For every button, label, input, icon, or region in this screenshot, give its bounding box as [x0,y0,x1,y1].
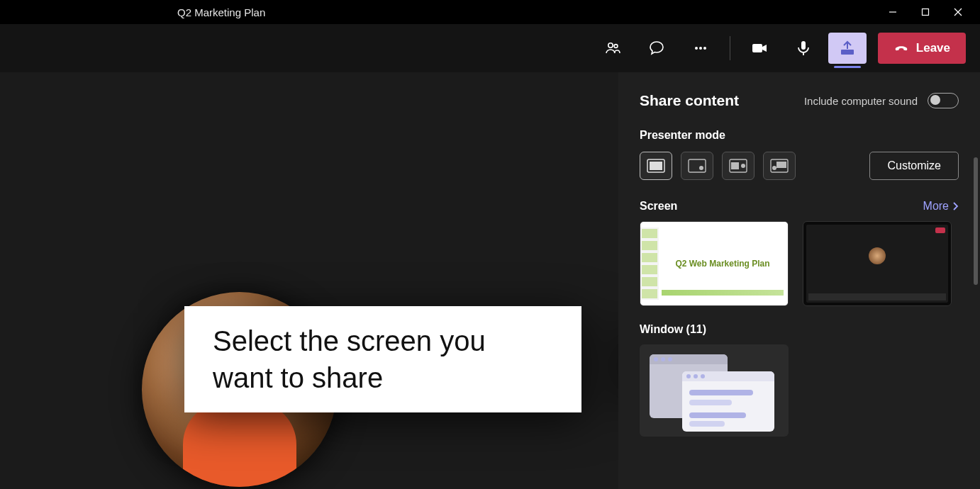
content-only-icon [647,159,665,173]
camera-icon [751,40,768,57]
share-content-button[interactable] [828,33,867,64]
include-sound-label: Include computer sound [804,95,918,107]
more-actions-button[interactable] [681,31,720,65]
ellipsis-icon [692,40,709,57]
svg-point-16 [699,166,703,170]
instruction-callout: Select the screen you want to share [184,306,624,412]
share-panel-title: Share content [640,92,739,109]
chat-icon [648,40,665,57]
svg-point-19 [741,164,745,168]
screen-more-link[interactable]: More [923,200,959,213]
presenter-mode-reporter[interactable] [763,152,796,180]
screen-thumbnail-2[interactable] [803,221,952,306]
meeting-controls-bar: Leave [0,24,980,72]
reporter-icon [770,159,789,173]
toggle-knob-icon [930,95,940,105]
window-maximize-button[interactable] [909,0,942,24]
share-content-panel: Share content Include computer sound Pre… [618,72,980,489]
microphone-button[interactable] [784,31,823,65]
customize-button[interactable]: Customize [869,152,959,180]
window-titlebar: Q2 Marketing Plan [0,0,980,24]
svg-point-6 [695,47,698,50]
people-button[interactable] [594,31,632,65]
svg-rect-18 [731,162,739,169]
svg-point-5 [614,45,618,48]
chat-button[interactable] [637,31,676,65]
callout-text: Select the screen you want to share [213,322,553,396]
screen-section-label: Screen [640,200,677,213]
close-icon [954,8,962,16]
svg-rect-21 [776,162,786,168]
leave-label: Leave [916,41,950,55]
controls-divider [730,36,730,60]
window-section-label: Window (11) [640,323,959,336]
minimize-icon [889,8,897,16]
people-icon [604,40,621,57]
presenter-mode-label: Presenter mode [640,129,959,142]
svg-rect-14 [650,162,662,170]
svg-point-7 [699,47,702,50]
standout-icon [688,159,706,173]
leave-button[interactable]: Leave [878,33,966,64]
screen-thumbnail-1-caption: Q2 Web Marketing Plan [675,259,769,269]
svg-rect-9 [752,44,762,52]
microphone-icon [795,40,812,57]
window-thumbnail[interactable] [640,344,789,437]
chevron-right-icon [953,202,959,210]
maximize-icon [921,8,930,16]
screen-thumbnail-1[interactable]: Q2 Web Marketing Plan [640,221,789,306]
include-sound-toggle[interactable] [928,93,959,108]
side-by-side-icon [729,159,747,173]
presenter-mode-content-only[interactable] [640,152,672,180]
svg-rect-1 [923,9,929,16]
camera-button[interactable] [740,31,779,65]
window-close-button[interactable] [942,0,974,24]
svg-point-8 [703,47,706,50]
presenter-mode-standout[interactable] [681,152,713,180]
svg-rect-10 [801,41,806,50]
presenter-mode-side-by-side[interactable] [722,152,755,180]
panel-scrollbar[interactable] [974,157,978,285]
window-minimize-button[interactable] [876,0,909,24]
meeting-title: Q2 Marketing Plan [177,6,876,18]
svg-rect-12 [841,50,854,55]
share-tray-icon [839,40,856,57]
hangup-icon [893,40,909,56]
more-label: More [923,200,949,213]
svg-point-4 [608,43,613,47]
svg-rect-15 [689,159,706,172]
svg-point-22 [772,166,776,170]
